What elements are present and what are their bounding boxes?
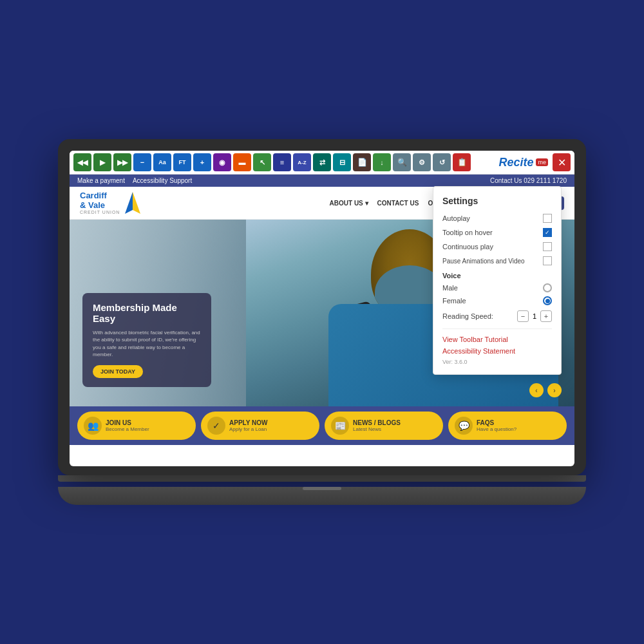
nav-about-us[interactable]: ABOUT US ▾ xyxy=(330,200,368,207)
screen-bezel: ◀◀ ▶ ▶▶ − Aa FT + ◉ ▬ ↖ ≡ A-Z ⇄ ⊟ 📄 ↓ 🔍 … xyxy=(58,139,586,475)
logo-subtitle: CREDIT UNION xyxy=(80,210,120,214)
font-family-button[interactable]: FT xyxy=(173,153,191,171)
news-blogs-text: NEWS / BLOGS Latest News xyxy=(353,419,401,432)
make-payment-link[interactable]: Make a payment xyxy=(77,177,125,184)
join-us-text: JOIN US Become a Member xyxy=(106,419,149,432)
join-us-button[interactable]: 👥 JOIN US Become a Member xyxy=(77,412,196,440)
svg-marker-1 xyxy=(125,192,133,214)
top-nav-bar: Make a payment Accessibility Support Con… xyxy=(70,175,574,187)
carousel-arrows: ‹ › xyxy=(529,383,562,397)
toolbar-close-button[interactable]: ✕ xyxy=(553,153,571,171)
logo-text-block: Cardiff & Vale CREDIT UNION xyxy=(80,191,120,214)
highlight-button[interactable]: ▬ xyxy=(233,153,251,171)
voice-section-title: Voice xyxy=(442,272,552,279)
recite-logo-text: Recite xyxy=(498,156,533,169)
settings-title: Settings xyxy=(442,196,552,206)
reading-speed-row: Reading Speed: − 1 + xyxy=(442,310,552,322)
play-button[interactable]: ▶ xyxy=(93,153,111,171)
dictionary-button[interactable]: A-Z xyxy=(293,153,311,171)
continuous-checkbox[interactable] xyxy=(543,242,552,251)
faqs-button[interactable]: 💬 FAQS Have a question? xyxy=(448,412,567,440)
autoplay-checkbox[interactable] xyxy=(543,214,552,223)
speed-increase-button[interactable]: + xyxy=(540,310,552,322)
join-us-title: JOIN US xyxy=(106,419,149,426)
news-blogs-button[interactable]: 📰 NEWS / BLOGS Latest News xyxy=(325,412,443,440)
recite-toolbar: ◀◀ ▶ ▶▶ − Aa FT + ◉ ▬ ↖ ≡ A-Z ⇄ ⊟ 📄 ↓ 🔍 … xyxy=(70,151,574,175)
continuous-label: Continuous play xyxy=(442,243,493,251)
version-text: Ver: 3.6.0 xyxy=(442,359,552,365)
male-radio[interactable] xyxy=(543,283,552,292)
speed-controls: − 1 + xyxy=(517,310,552,322)
accessibility-statement-link[interactable]: Accessibility Statement xyxy=(442,347,552,355)
cursor-button[interactable]: ↖ xyxy=(253,153,271,171)
join-us-icon: 👥 xyxy=(84,417,102,435)
join-us-subtitle: Become a Member xyxy=(106,426,149,432)
font-size-button[interactable]: Aa xyxy=(153,153,171,171)
hero-overlay-card: Membership Made Easy With advanced biome… xyxy=(82,293,211,387)
voice-section: Voice Male Female xyxy=(442,272,552,305)
tooltip-row: Tooltip on hover ✓ xyxy=(442,228,552,237)
recite-me-badge: me xyxy=(536,158,548,166)
female-label: Female xyxy=(442,297,466,305)
news-blogs-title: NEWS / BLOGS xyxy=(353,419,401,426)
carousel-next-button[interactable]: › xyxy=(547,383,562,397)
pause-checkbox[interactable] xyxy=(543,256,552,265)
tooltip-label: Tooltip on hover xyxy=(442,229,493,236)
recite-logo: Recite me xyxy=(498,156,548,169)
tooltip-checkbox[interactable]: ✓ xyxy=(543,228,552,237)
rewind-button[interactable]: ◀◀ xyxy=(73,153,91,171)
autoplay-row: Autoplay xyxy=(442,214,552,223)
speed-decrease-button[interactable]: − xyxy=(517,310,529,322)
laptop-base xyxy=(58,487,586,505)
settings-button[interactable]: ⚙ xyxy=(413,153,431,171)
contact-us-text: Contact Us 029 2111 1720 xyxy=(490,177,567,184)
hero-title: Membership Made Easy xyxy=(93,302,201,324)
translate-button[interactable]: ⇄ xyxy=(313,153,331,171)
download-button[interactable]: ↓ xyxy=(373,153,391,171)
apply-now-text: APPLY NOW Apply for a Loan xyxy=(229,419,267,432)
logo-sail-icon xyxy=(124,191,142,215)
apply-now-icon: ✓ xyxy=(207,417,225,435)
trackpad xyxy=(303,487,341,490)
settings-divider xyxy=(442,328,552,329)
apply-now-subtitle: Apply for a Loan xyxy=(229,426,267,432)
line-spacing-button[interactable]: ≡ xyxy=(273,153,291,171)
nav-contact-us[interactable]: CONTACT US xyxy=(377,200,419,207)
faqs-title: FAQS xyxy=(477,419,516,426)
forward-button[interactable]: ▶▶ xyxy=(113,153,131,171)
svg-marker-0 xyxy=(133,192,140,214)
reading-speed-label: Reading Speed: xyxy=(442,312,493,320)
hero-description: With advanced biometric facial verificat… xyxy=(93,329,201,358)
faqs-icon: 💬 xyxy=(455,417,473,435)
decrease-text-button[interactable]: − xyxy=(133,153,151,171)
increase-text-button[interactable]: + xyxy=(193,153,211,171)
accessibility-support-link[interactable]: Accessibility Support xyxy=(133,177,192,184)
continuous-row: Continuous play xyxy=(442,242,552,251)
male-radio-row: Male xyxy=(442,283,552,292)
laptop: ◀◀ ▶ ▶▶ − Aa FT + ◉ ▬ ↖ ≡ A-Z ⇄ ⊟ 📄 ↓ 🔍 … xyxy=(58,139,586,505)
zoom-button[interactable]: 🔍 xyxy=(393,153,411,171)
logo-line2: & Vale xyxy=(80,201,120,210)
news-icon: 📰 xyxy=(331,417,349,435)
bottom-action-buttons: 👥 JOIN US Become a Member ✓ APPLY NOW Ap… xyxy=(70,406,574,445)
browser-screen: ◀◀ ▶ ▶▶ − Aa FT + ◉ ▬ ↖ ≡ A-Z ⇄ ⊟ 📄 ↓ 🔍 … xyxy=(70,151,574,466)
toolbar-tutorial-link[interactable]: View Toolbar Tutorial xyxy=(442,336,552,343)
autoplay-label: Autoplay xyxy=(442,214,470,222)
clipboard-button[interactable]: 📋 xyxy=(453,153,471,171)
female-radio[interactable] xyxy=(543,296,552,305)
screen-mask-button[interactable]: ⊟ xyxy=(333,153,351,171)
color-button[interactable]: ◉ xyxy=(213,153,231,171)
join-today-button[interactable]: JOIN TODAY xyxy=(93,365,143,378)
news-blogs-subtitle: Latest News xyxy=(353,426,401,432)
pause-row: Pause Animations and Video xyxy=(442,256,552,265)
settings-panel: Settings Autoplay Tooltip on hover ✓ Con… xyxy=(433,186,562,375)
apply-now-button[interactable]: ✓ APPLY NOW Apply for a Loan xyxy=(201,412,319,440)
laptop-hinge xyxy=(58,475,586,482)
apply-now-title: APPLY NOW xyxy=(229,419,267,426)
reload-button[interactable]: ↺ xyxy=(433,153,451,171)
document-button[interactable]: 📄 xyxy=(353,153,371,171)
top-nav-left: Make a payment Accessibility Support xyxy=(77,177,192,184)
faqs-text: FAQS Have a question? xyxy=(477,419,516,432)
carousel-prev-button[interactable]: ‹ xyxy=(529,383,544,397)
pause-label: Pause Animations and Video xyxy=(442,258,525,265)
